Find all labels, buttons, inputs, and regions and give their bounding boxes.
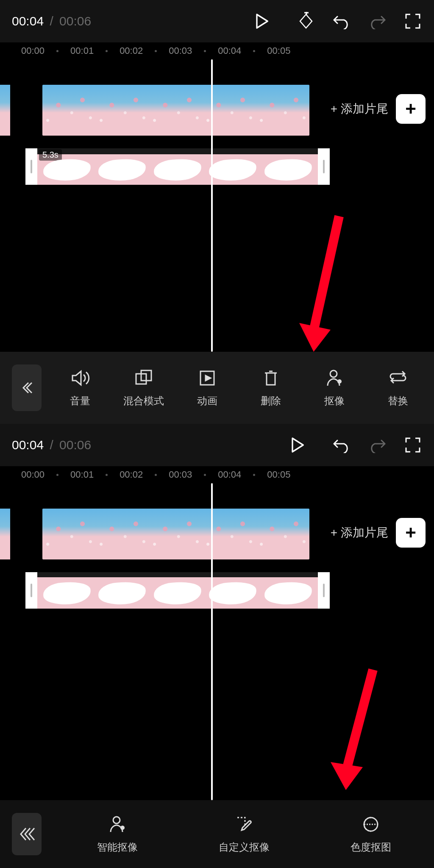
keyframe-button[interactable] [297, 12, 315, 31]
submenu-custom-cutout[interactable]: 自定义抠像 [181, 814, 308, 854]
tool-label: 抠像 [324, 394, 345, 408]
tool-label: 删除 [261, 394, 281, 408]
clip-thumbnails[interactable] [42, 85, 309, 136]
ruler-tick: 00:04 [218, 469, 241, 480]
clip-handle-left[interactable] [25, 148, 37, 185]
add-clip-button[interactable]: + [396, 94, 426, 124]
fullscreen-button[interactable] [403, 436, 422, 454]
svg-line-9 [347, 670, 373, 769]
animation-icon [197, 368, 217, 388]
submenu-label: 智能抠像 [97, 840, 138, 854]
undo-button[interactable] [332, 12, 351, 31]
clip-thumbnails[interactable] [42, 509, 309, 559]
ruler-tick: 00:02 [120, 45, 143, 56]
time-total: 00:06 [59, 438, 91, 452]
svg-point-7 [330, 370, 337, 377]
time-total: 00:06 [59, 14, 91, 28]
back-button[interactable] [12, 813, 42, 855]
tool-blend-mode[interactable]: 混合模式 [112, 368, 175, 408]
annotation-arrow [297, 212, 348, 352]
timeline-ruler[interactable]: 00:00 00:01 00:02 00:03 00:04 00:05 [0, 466, 434, 483]
collapse-toolbar-button[interactable] [12, 364, 42, 411]
ruler-tick: 00:05 [267, 45, 290, 56]
tool-cutout[interactable]: 抠像 [303, 368, 366, 408]
cutout-submenu: 智能抠像 自定义抠像 色度抠图 [0, 800, 434, 868]
player-header: 00:04 / 00:06 [0, 0, 434, 42]
clip-handle-right[interactable] [318, 148, 330, 185]
clip-handle-left[interactable] [25, 572, 37, 609]
submenu-chroma-key[interactable]: 色度抠图 [307, 814, 434, 854]
person-cutout-icon [107, 814, 128, 835]
time-display: 00:04 / 00:06 [12, 14, 253, 28]
add-ending-button[interactable]: + 添加片尾 + [331, 94, 426, 124]
clip-handle-right[interactable] [318, 572, 330, 609]
ruler-tick: 00:00 [21, 45, 45, 56]
clip-sliver[interactable] [0, 509, 10, 559]
ruler-tick: 00:04 [218, 45, 241, 56]
play-button[interactable] [253, 12, 271, 31]
submenu-smart-cutout[interactable]: 智能抠像 [54, 814, 181, 854]
ruler-tick: 00:00 [21, 469, 45, 480]
brush-select-icon [234, 814, 254, 835]
tool-label: 音量 [70, 394, 90, 408]
tool-label: 动画 [197, 394, 217, 408]
fullscreen-button[interactable] [403, 12, 422, 31]
annotation-arrow [326, 665, 381, 793]
svg-marker-3 [299, 323, 331, 352]
add-ending-label: + 添加片尾 [331, 101, 388, 117]
submenu-label: 自定义抠像 [219, 840, 270, 854]
overlay-clip[interactable]: 5.3s [25, 148, 330, 185]
volume-icon [70, 368, 90, 388]
ruler-tick: 00:03 [169, 45, 192, 56]
submenu-label: 色度抠图 [351, 840, 391, 854]
playhead[interactable] [211, 59, 213, 352]
svg-line-2 [314, 216, 339, 331]
timeline-tracks[interactable]: + 添加片尾 + 5.3s [0, 59, 434, 352]
tool-animation[interactable]: 动画 [175, 368, 239, 408]
clip-toolbar: 音量 混合模式 动画 删除 抠像 [0, 352, 434, 424]
redo-button[interactable] [368, 436, 387, 454]
undo-button[interactable] [332, 436, 351, 454]
blend-icon [134, 368, 154, 388]
time-current: 00:04 [12, 14, 44, 28]
time-current: 00:04 [12, 438, 44, 452]
svg-point-12 [120, 826, 125, 830]
overlay-clip[interactable] [25, 572, 330, 609]
ruler-tick: 00:02 [120, 469, 143, 480]
trash-icon [261, 368, 281, 388]
play-button[interactable] [288, 436, 307, 454]
svg-point-11 [113, 817, 120, 823]
ruler-tick: 00:01 [70, 469, 94, 480]
tool-label: 替换 [388, 394, 408, 408]
time-sep: / [50, 438, 53, 452]
time-display: 00:04 / 00:06 [12, 438, 288, 452]
chroma-key-icon [361, 814, 381, 835]
ruler-tick: 00:05 [267, 469, 290, 480]
tool-volume[interactable]: 音量 [48, 368, 112, 408]
replace-icon [388, 368, 408, 388]
clip-sliver[interactable] [0, 85, 10, 136]
ruler-tick: 00:03 [169, 469, 192, 480]
ruler-tick: 00:01 [70, 45, 94, 56]
svg-point-8 [337, 379, 342, 384]
tool-delete[interactable]: 删除 [239, 368, 303, 408]
timeline-tracks[interactable]: + 添加片尾 + [0, 483, 434, 800]
tool-replace[interactable]: 替换 [366, 368, 430, 408]
add-clip-button[interactable]: + [396, 518, 426, 548]
add-ending-label: + 添加片尾 [331, 525, 388, 541]
tool-label: 混合模式 [123, 394, 164, 408]
add-ending-button[interactable]: + 添加片尾 + [331, 518, 426, 548]
person-cutout-icon [324, 368, 345, 388]
redo-button[interactable] [368, 12, 387, 31]
time-sep: / [50, 14, 53, 28]
timeline-ruler[interactable]: 00:00 00:01 00:02 00:03 00:04 00:05 [0, 42, 434, 59]
playhead[interactable] [211, 483, 213, 800]
player-header: 00:04 / 00:06 [0, 424, 434, 466]
svg-marker-10 [331, 762, 363, 790]
